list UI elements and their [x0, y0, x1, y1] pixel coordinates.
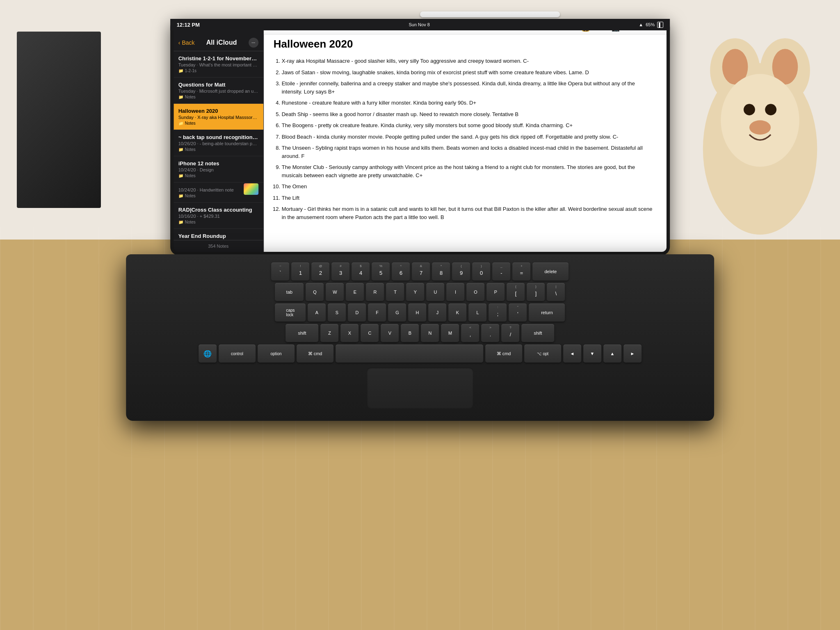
- keyboard-rows: ~` !1 @2 #3 $4 %5 ^6 &7 *8 (9 )0 _- += d…: [138, 262, 702, 363]
- key-o[interactable]: O: [467, 283, 485, 301]
- key-d[interactable]: D: [348, 304, 366, 322]
- trackpad[interactable]: [367, 368, 473, 409]
- folder-name: Notes: [185, 194, 196, 198]
- key-y[interactable]: Y: [406, 283, 425, 301]
- key-s[interactable]: S: [328, 304, 346, 322]
- key-row-bottom: 🌐 control option ⌘ cmd ⌘ cmd ⌥ opt ◄ ▼ ▲…: [138, 345, 702, 363]
- key-control[interactable]: control: [219, 345, 256, 363]
- note-item-rad[interactable]: RAD|Cross Class accounting 10/16/20 · + …: [173, 203, 263, 229]
- key-p[interactable]: P: [487, 283, 505, 301]
- key-comma[interactable]: <,: [461, 324, 479, 342]
- key-i[interactable]: I: [447, 283, 465, 301]
- folder-name: Notes: [185, 147, 196, 152]
- key-8[interactable]: *8: [432, 262, 450, 281]
- battery-percentage: 65%: [646, 22, 655, 27]
- note-item-handwritten[interactable]: 10/24/20 · Handwritten note 📁 Notes: [173, 183, 263, 203]
- key-f[interactable]: F: [368, 304, 386, 322]
- back-button[interactable]: ‹ Back: [178, 39, 195, 46]
- list-item: The Lift: [282, 194, 657, 202]
- key-return[interactable]: return: [529, 304, 565, 322]
- note-item-halloween[interactable]: Halloween 2020 Sunday · X-ray aka Hospit…: [173, 104, 263, 130]
- key-bracket-right[interactable]: }]: [527, 283, 545, 301]
- key-arrow-up[interactable]: ▲: [603, 345, 621, 363]
- key-quote[interactable]: "': [509, 304, 527, 322]
- folder-icon: 📁: [178, 194, 183, 198]
- key-row-zxcv: shift Z X C V B N M <, >. ?/ shift: [138, 324, 702, 342]
- key-g[interactable]: G: [388, 304, 406, 322]
- key-u[interactable]: U: [427, 283, 445, 301]
- note-meta: 📁 Notes: [178, 173, 258, 178]
- key-2[interactable]: @2: [312, 262, 330, 281]
- key-cmd-right[interactable]: ⌘ cmd: [485, 345, 522, 363]
- note-body[interactable]: X-ray aka Hospital Massacre - good slash…: [274, 57, 657, 221]
- key-m[interactable]: M: [441, 324, 459, 342]
- note-meta: 📁 Notes: [178, 95, 258, 99]
- key-l[interactable]: L: [469, 304, 487, 322]
- note-item-backtap[interactable]: ~ back tap sound recognition on scr... 1…: [173, 130, 263, 156]
- key-e[interactable]: E: [346, 283, 364, 301]
- key-0[interactable]: )0: [472, 262, 491, 281]
- note-item-christine[interactable]: Christine 1-2-1 for November 2020 Tuesda…: [173, 51, 263, 78]
- folder-icon: 📁: [178, 121, 183, 126]
- key-arrow-left[interactable]: ◄: [563, 345, 581, 363]
- key-cmd-left[interactable]: ⌘ cmd: [297, 345, 333, 363]
- key-b[interactable]: B: [401, 324, 419, 342]
- key-t[interactable]: T: [386, 283, 404, 301]
- key-tilde[interactable]: ~`: [272, 262, 290, 281]
- key-bracket-left[interactable]: {[: [507, 283, 525, 301]
- key-option-right[interactable]: ⌥ opt: [524, 345, 561, 363]
- status-time: 12:12 PM: [177, 22, 200, 28]
- key-1[interactable]: !1: [292, 262, 310, 281]
- key-h[interactable]: H: [409, 304, 427, 322]
- key-4[interactable]: $4: [352, 262, 370, 281]
- key-z[interactable]: Z: [321, 324, 339, 342]
- key-w[interactable]: W: [326, 283, 344, 301]
- key-5[interactable]: %5: [372, 262, 390, 281]
- note-title: Year End Roundup: [178, 233, 258, 239]
- key-minus[interactable]: _-: [493, 262, 511, 281]
- key-r[interactable]: R: [366, 283, 384, 301]
- key-slash[interactable]: ?/: [502, 324, 520, 342]
- key-semicolon[interactable]: :;: [489, 304, 507, 322]
- key-delete[interactable]: delete: [533, 262, 569, 281]
- key-c[interactable]: C: [361, 324, 379, 342]
- key-n[interactable]: N: [421, 324, 439, 342]
- sidebar-menu-button[interactable]: ···: [249, 38, 258, 48]
- key-shift-right[interactable]: shift: [522, 324, 555, 342]
- folder-name: Notes: [185, 121, 196, 126]
- note-item-iphone12[interactable]: iPhone 12 notes 10/24/20 · Design 📁 Note…: [173, 156, 263, 183]
- key-arrow-right[interactable]: ►: [623, 345, 641, 363]
- key-option-left[interactable]: option: [258, 345, 294, 363]
- key-equals[interactable]: +=: [513, 262, 531, 281]
- key-x[interactable]: X: [341, 324, 359, 342]
- key-v[interactable]: V: [381, 324, 399, 342]
- wifi-icon: ▲: [639, 22, 643, 27]
- ipad-screen: 12:12 PM Sun Nov 8 ▲ 65% ▌ ‹ Back All iC…: [173, 22, 667, 252]
- key-backslash[interactable]: |\: [547, 283, 565, 301]
- key-k[interactable]: K: [449, 304, 467, 322]
- note-preview: Sunday · X-ray aka Hospital Masssore - g…: [178, 115, 258, 120]
- key-6[interactable]: ^6: [392, 262, 410, 281]
- note-item-matt[interactable]: Questions for Matt Tuesday · Microsoft j…: [173, 78, 263, 104]
- key-arrow-down[interactable]: ▼: [583, 345, 601, 363]
- key-shift-left[interactable]: shift: [286, 324, 319, 342]
- key-7[interactable]: &7: [412, 262, 430, 281]
- magic-keyboard: ~` !1 @2 #3 $4 %5 ^6 &7 *8 (9 )0 _- += d…: [126, 254, 714, 421]
- note-item-yearend[interactable]: Year End Roundup 10/7/20 · Bryan 📁 1-2-1…: [173, 229, 263, 240]
- list-item: The Unseen - Sybling rapist traps women …: [282, 144, 657, 160]
- folder-icon: 📁: [178, 220, 183, 224]
- key-caps-lock[interactable]: capslock: [275, 304, 306, 322]
- key-j[interactable]: J: [429, 304, 447, 322]
- svg-point-5: [721, 74, 799, 167]
- key-period[interactable]: >.: [482, 324, 500, 342]
- note-preview: 10/24/20 · Handwritten note: [178, 187, 244, 192]
- key-3[interactable]: #3: [332, 262, 350, 281]
- key-globe[interactable]: 🌐: [199, 345, 217, 363]
- key-9[interactable]: (9: [452, 262, 470, 281]
- key-tab[interactable]: tab: [275, 283, 304, 301]
- key-q[interactable]: Q: [306, 283, 324, 301]
- note-preview: 10/26/20 · - being-able tounderstan prox…: [178, 141, 258, 146]
- folder-name: Notes: [185, 220, 196, 224]
- key-space[interactable]: [336, 345, 483, 363]
- key-a[interactable]: A: [308, 304, 326, 322]
